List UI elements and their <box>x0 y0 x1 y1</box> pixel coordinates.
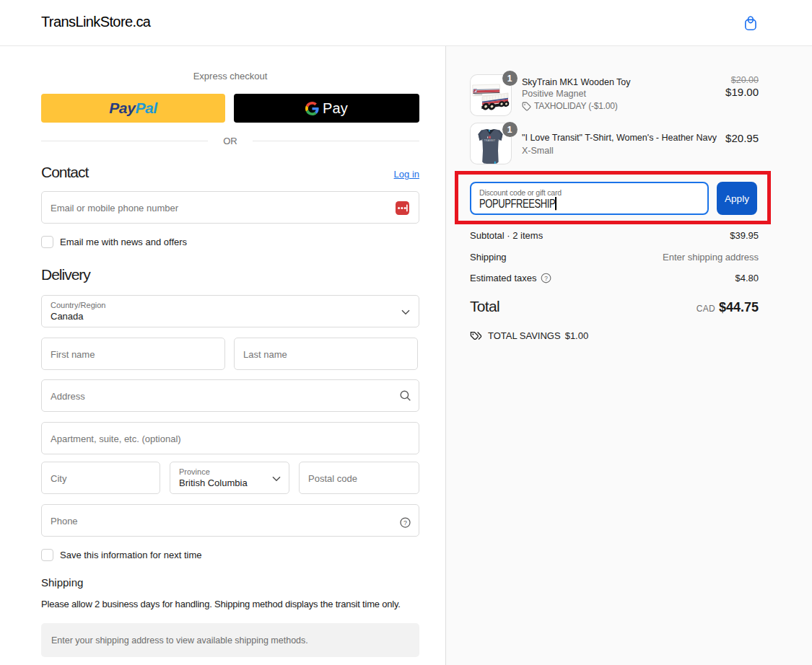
svg-text:?: ? <box>403 519 407 527</box>
svg-text:TRANSIT: TRANSIT <box>484 139 497 142</box>
svg-text:?: ? <box>544 275 548 282</box>
